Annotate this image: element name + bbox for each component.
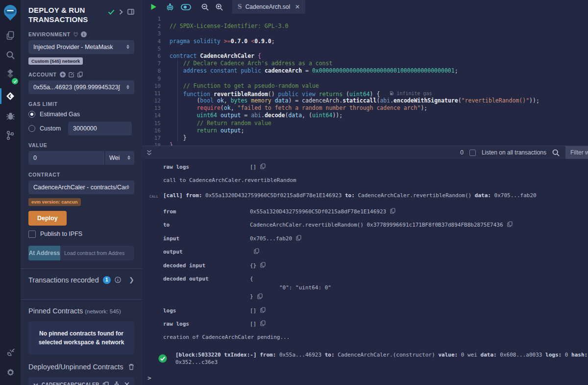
terminal-search-icon[interactable] <box>552 149 560 156</box>
ai-assistant-icon[interactable] <box>166 3 174 11</box>
close-tab-icon[interactable]: ✕ <box>295 3 300 10</box>
code-text: // SPDX-License-Identifier: GPL-3.0 <box>170 23 588 30</box>
plugin-manager-icon[interactable] <box>0 343 21 362</box>
custom-gas-input[interactable] <box>68 122 132 135</box>
estimated-gas-radio[interactable]: Estimated Gas <box>28 111 134 118</box>
line-number: 12 <box>142 97 170 104</box>
contract-select[interactable]: CadenceArchCaler - contracts/Cac <box>28 180 134 194</box>
code-line[interactable]: 17 } <box>142 134 588 142</box>
copy-icon[interactable] <box>507 221 513 227</box>
copy-icon[interactable] <box>296 235 301 241</box>
code-text: pragma solidity >=0.7.0 <0.9.0; <box>170 38 588 45</box>
code-text <box>170 30 588 37</box>
code-line[interactable]: 15 // Return random value <box>142 120 588 127</box>
custom-gas-radio[interactable]: Custom <box>28 125 61 132</box>
terminal-row[interactable]: from0x55a1320D432759960C5Df0215a8dF78e1E… <box>163 208 588 215</box>
copy-icon[interactable] <box>260 307 266 313</box>
terminal-row[interactable]: [block:5033220 txIndex:-] from: 0x55a...… <box>158 351 588 366</box>
at-address-input[interactable] <box>60 246 134 260</box>
terminal-row[interactable]: input0x705...fab20 <box>163 235 588 242</box>
settings-gear-icon[interactable] <box>0 362 21 382</box>
git-icon[interactable] <box>0 126 21 145</box>
terminal-row[interactable]: decoded input{} <box>163 262 588 269</box>
copy-icon[interactable] <box>257 293 263 299</box>
terminal-row[interactable]: CALL[call] from: 0x55a1320D432759960C5Df… <box>163 192 588 199</box>
listen-all-checkbox[interactable] <box>469 150 476 156</box>
tab-label: CadenceArch.sol <box>245 3 290 10</box>
panel-forward-icon[interactable] <box>119 9 123 15</box>
code-line[interactable]: 13 require(ok, "failed to fetch a random… <box>142 104 588 112</box>
sign-message-icon[interactable] <box>69 72 74 77</box>
environment-select[interactable]: Injected Provider - MetaMask <box>28 40 134 54</box>
line-number: 17 <box>142 134 170 142</box>
run-script-icon[interactable] <box>150 3 157 10</box>
code-line[interactable]: 10 // Function to get a pseudo-random va… <box>142 82 588 90</box>
code-line[interactable]: 5 <box>142 45 588 52</box>
transactions-info-icon[interactable] <box>115 277 121 283</box>
tx-success-check-icon <box>158 354 167 363</box>
zoom-in-icon[interactable] <box>216 3 223 11</box>
line-number: 14 <box>142 112 170 119</box>
add-account-icon[interactable] <box>60 72 66 77</box>
terminal-log[interactable]: raw logs[]call to CadenceArchCaler.rever… <box>142 159 588 385</box>
terminal-row[interactable]: output <box>163 248 588 256</box>
copy-icon[interactable] <box>260 262 266 268</box>
copy-icon[interactable] <box>260 163 266 169</box>
deploy-run-icon[interactable] <box>0 86 21 106</box>
pin-contract-icon[interactable] <box>114 382 120 385</box>
trash-icon[interactable] <box>128 363 134 370</box>
chevron-down-icon[interactable] <box>33 383 38 385</box>
code-line[interactable]: 9 <box>142 75 588 82</box>
copy-icon[interactable] <box>390 208 395 214</box>
debugger-icon[interactable] <box>0 106 21 126</box>
search-icon[interactable] <box>0 45 21 65</box>
code-line[interactable]: 3 <box>142 30 588 37</box>
file-explorer-icon[interactable] <box>0 26 21 45</box>
terminal-row[interactable]: decoded output{"0": "uint64: 0"} <box>163 275 588 301</box>
collapse-terminal-icon[interactable] <box>147 150 152 156</box>
code-line[interactable]: 18} <box>142 142 588 146</box>
code-line[interactable]: 12 (bool ok, bytes memory data) = cadenc… <box>142 97 588 104</box>
terminal-row[interactable]: logs[] <box>163 307 588 314</box>
publish-ipfs-checkbox[interactable]: Publish to IPFS <box>28 231 134 238</box>
code-line[interactable]: 1 <box>142 15 588 23</box>
code-line[interactable]: 4pragma solidity >=0.7.0 <0.9.0; <box>142 38 588 45</box>
terminal-row-label: logs <box>163 307 250 314</box>
zoom-out-icon[interactable] <box>201 3 209 11</box>
deploy-button[interactable]: Deploy <box>28 211 67 226</box>
code-line[interactable]: 14 uint64 output = abi.decode(data, (uin… <box>142 112 588 119</box>
terminal-row[interactable]: creation of CadenceArchCaler pending... <box>163 334 588 340</box>
solidity-compiler-icon[interactable] <box>0 65 21 86</box>
close-contract-icon[interactable] <box>124 382 129 385</box>
terminal-row[interactable]: toCadenceArchCaler.revertibleRandom() 0x… <box>163 221 588 229</box>
code-line[interactable]: 6contract CadenceArchCaler { <box>142 52 588 60</box>
at-address-button[interactable]: At Address <box>28 246 60 260</box>
code-line[interactable]: 8 address constant public cadenceArch = … <box>142 67 588 75</box>
remix-logo-icon[interactable] <box>0 0 21 26</box>
value-unit-select[interactable]: Wei <box>105 151 134 165</box>
code-line[interactable]: 2// SPDX-License-Identifier: GPL-3.0 <box>142 23 588 30</box>
line-number: 1 <box>142 15 170 23</box>
code-area[interactable]: 12// SPDX-License-Identifier: GPL-3.034p… <box>142 14 588 146</box>
terminal-row[interactable]: call to CadenceArchCaler.revertibleRando… <box>163 177 588 183</box>
code-line[interactable]: 7 // Declare Cadence Arch's address as a… <box>142 60 588 67</box>
terminal-filter-input[interactable] <box>565 146 588 159</box>
terminal-prompt[interactable]: > <box>147 374 151 382</box>
environment-info-icon[interactable]: i <box>81 31 87 37</box>
pin-panel-icon[interactable] <box>127 9 134 15</box>
copy-icon[interactable] <box>260 320 266 326</box>
terminal-row-value: [] <box>250 307 256 314</box>
transactions-recorded-row[interactable]: Transactions recorded 1 ❯ <box>28 269 134 291</box>
copy-account-icon[interactable] <box>77 72 83 77</box>
code-line[interactable]: 11 function revertibleRandom() public vi… <box>142 90 588 97</box>
code-line[interactable]: 16 return output; <box>142 127 588 134</box>
terminal-row[interactable]: raw logs[] <box>163 320 588 328</box>
copilot-toggle-icon[interactable] <box>181 4 191 10</box>
tab-cadencearch-sol[interactable]: S CadenceArch.sol ✕ <box>232 0 305 14</box>
copy-address-icon[interactable] <box>103 382 109 385</box>
terminal-row[interactable]: raw logs[] <box>163 163 588 171</box>
value-input[interactable] <box>28 151 104 165</box>
copy-icon[interactable] <box>254 248 259 254</box>
account-select[interactable]: 0x55a...46923 (999.999945323ʃ <box>28 80 134 94</box>
line-number: 8 <box>142 67 170 75</box>
